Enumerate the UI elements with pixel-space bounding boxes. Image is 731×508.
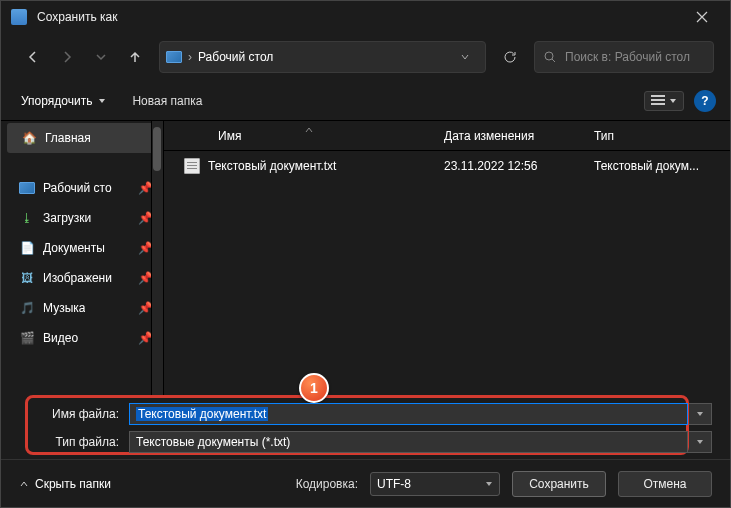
column-type[interactable]: Тип — [594, 129, 730, 143]
search-input[interactable]: Поиск в: Рабочий стол — [534, 41, 714, 73]
forward-button[interactable] — [51, 41, 83, 73]
up-button[interactable] — [119, 41, 151, 73]
content-area: 🏠 Главная Рабочий сто📌 ⭳Загрузки📌 📄Докум… — [1, 121, 730, 397]
file-list: Имя Дата изменения Тип Текстовый докумен… — [164, 121, 730, 397]
sidebar-item-downloads[interactable]: ⭳Загрузки📌 — [1, 203, 163, 233]
sidebar-item-music[interactable]: 🎵Музыка📌 — [1, 293, 163, 323]
help-button[interactable]: ? — [694, 90, 716, 112]
search-icon — [543, 50, 557, 64]
sidebar-scrollbar[interactable] — [151, 121, 163, 397]
chevron-down-icon — [485, 480, 493, 488]
sidebar-item-documents[interactable]: 📄Документы📌 — [1, 233, 163, 263]
list-icon — [651, 95, 665, 107]
video-icon: 🎬 — [19, 330, 35, 346]
column-headers: Имя Дата изменения Тип — [164, 121, 730, 151]
organize-button[interactable]: Упорядочить — [15, 90, 112, 112]
chevron-up-icon — [19, 479, 29, 489]
refresh-button[interactable] — [494, 41, 526, 73]
hide-folders-button[interactable]: Скрыть папки — [19, 477, 111, 491]
desktop-icon — [166, 51, 182, 63]
desktop-icon — [19, 182, 35, 194]
svg-point-0 — [545, 52, 553, 60]
nav-row: › Рабочий стол Поиск в: Рабочий стол — [1, 33, 730, 81]
save-as-dialog: Сохранить как › Рабочий стол Поиск в: Ра… — [0, 0, 731, 508]
back-button[interactable] — [17, 41, 49, 73]
pictures-icon: 🖼 — [19, 270, 35, 286]
filename-input[interactable]: Текстовый документ.txt — [129, 403, 688, 425]
path-dropdown[interactable] — [451, 43, 479, 71]
file-row[interactable]: Текстовый документ.txt 23.11.2022 12:56 … — [164, 151, 730, 181]
notepad-icon — [11, 9, 27, 25]
txt-file-icon — [184, 158, 200, 174]
sidebar-item-pictures[interactable]: 🖼Изображени📌 — [1, 263, 163, 293]
save-button[interactable]: Сохранить — [512, 471, 606, 497]
filetype-select[interactable]: Текстовые документы (*.txt) — [129, 431, 688, 453]
sidebar: 🏠 Главная Рабочий сто📌 ⭳Загрузки📌 📄Докум… — [1, 121, 164, 397]
cancel-button[interactable]: Отмена — [618, 471, 712, 497]
search-placeholder: Поиск в: Рабочий стол — [565, 50, 690, 64]
close-button[interactable] — [682, 3, 722, 31]
filename-label: Имя файла: — [31, 407, 129, 421]
bottom-panel: 1 Имя файла: Текстовый документ.txt Тип … — [1, 397, 730, 507]
titlebar: Сохранить как — [1, 1, 730, 33]
new-folder-button[interactable]: Новая папка — [126, 90, 208, 112]
chevron-down-icon — [669, 97, 677, 105]
annotation-badge: 1 — [299, 373, 329, 403]
filename-dropdown[interactable] — [688, 403, 712, 425]
chevron-right-icon: › — [188, 50, 192, 64]
view-button[interactable] — [644, 91, 684, 111]
toolbar: Упорядочить Новая папка ? — [1, 81, 730, 121]
sort-icon — [305, 126, 313, 134]
sidebar-item-videos[interactable]: 🎬Видео📌 — [1, 323, 163, 353]
filetype-dropdown[interactable] — [688, 431, 712, 453]
home-icon: 🏠 — [21, 130, 37, 146]
path-segment[interactable]: Рабочий стол — [198, 50, 273, 64]
document-icon: 📄 — [19, 240, 35, 256]
address-bar[interactable]: › Рабочий стол — [159, 41, 486, 73]
window-title: Сохранить как — [37, 10, 117, 24]
column-date[interactable]: Дата изменения — [444, 129, 594, 143]
recent-button[interactable] — [85, 41, 117, 73]
music-icon: 🎵 — [19, 300, 35, 316]
encoding-label: Кодировка: — [296, 477, 358, 491]
sidebar-item-desktop[interactable]: Рабочий сто📌 — [1, 173, 163, 203]
download-icon: ⭳ — [19, 210, 35, 226]
encoding-select[interactable]: UTF-8 — [370, 472, 500, 496]
column-name[interactable]: Имя — [184, 129, 444, 143]
filetype-label: Тип файла: — [31, 435, 129, 449]
sidebar-item-home[interactable]: 🏠 Главная — [7, 123, 157, 153]
